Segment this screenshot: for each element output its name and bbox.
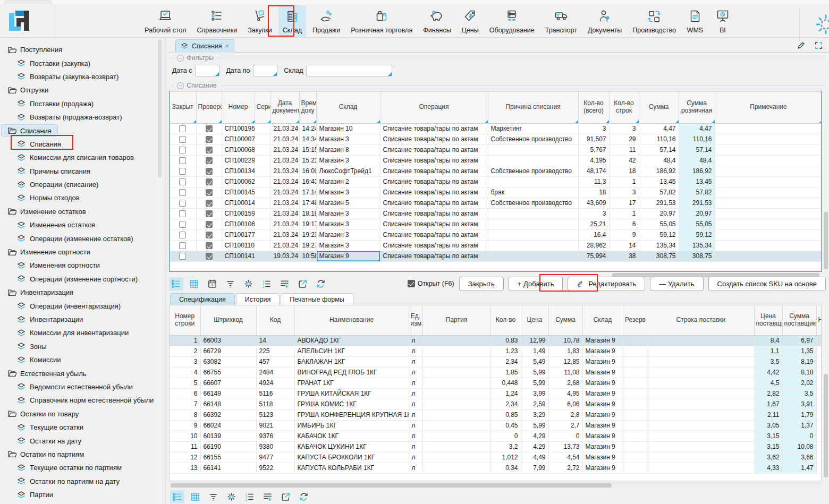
calendar-toolbar-button[interactable] xyxy=(205,277,219,291)
doc-note[interactable] xyxy=(715,240,822,251)
spec-supplier-sum[interactable]: 3,66 xyxy=(782,452,816,463)
spec-supply-line[interactable] xyxy=(648,367,754,378)
spec-sum[interactable]: 4,54 xyxy=(548,452,582,463)
spec-supply-line[interactable] xyxy=(648,378,754,388)
doc-qty-total[interactable]: 75,994 xyxy=(578,251,609,261)
spec-supply-line[interactable] xyxy=(648,335,754,346)
spec-price[interactable]: 3,99 xyxy=(521,388,548,399)
spec-extra[interactable] xyxy=(816,335,822,346)
sidebar-item-23-leaf[interactable]: Комиссии xyxy=(0,353,162,366)
doc-time[interactable]: 19:17 xyxy=(299,219,316,229)
spec-line[interactable]: 5 xyxy=(170,378,200,388)
spec-reserve[interactable] xyxy=(623,452,648,463)
spec-extra[interactable] xyxy=(816,367,822,378)
doc-qty-lines[interactable]: 29 xyxy=(609,134,639,144)
doc-time[interactable]: 17:48 xyxy=(299,198,316,208)
module-finance[interactable]: Финансы xyxy=(419,5,455,37)
doc-sum[interactable]: 48,4 xyxy=(639,155,679,166)
doc-note[interactable] xyxy=(715,176,822,187)
doc-sum-retail[interactable]: 186,92 xyxy=(679,166,715,176)
closed-checkbox[interactable] xyxy=(179,210,186,217)
open-checkbox[interactable]: Открыт (F6) xyxy=(408,280,454,287)
spec-qty[interactable]: 2,34 xyxy=(490,356,521,367)
spec-reserve[interactable] xyxy=(623,409,648,420)
doc-reason[interactable]: Маркетинг xyxy=(488,123,578,134)
filter-toolbar-button[interactable] xyxy=(223,277,238,291)
doc-operation[interactable]: Списание товара/тары по актам xyxy=(380,187,488,198)
doc-series[interactable] xyxy=(255,208,270,219)
spec-price[interactable]: 5,99 xyxy=(521,378,548,388)
spec-line[interactable]: 1 xyxy=(170,335,200,346)
spec-code[interactable]: 5123 xyxy=(256,409,294,420)
sidebar-item-22-leaf[interactable]: Зоны xyxy=(0,340,162,353)
sidebar-item-20-leaf[interactable]: Инвентаризации xyxy=(0,313,162,326)
sidebar-item-17-leaf[interactable]: Операции (изменение сортности) xyxy=(0,272,162,286)
doc-date[interactable]: 21.03.24 xyxy=(270,240,299,251)
spec-price[interactable]: 4,49 xyxy=(521,452,548,463)
verified-checkbox[interactable] xyxy=(206,242,213,249)
spec-qty[interactable]: 0,85 xyxy=(490,409,521,420)
spec-name[interactable]: КАБАЧОК ЦУКИНИ 1КГ xyxy=(294,441,409,452)
doc-sum-retail[interactable]: 59,12 xyxy=(679,229,715,240)
sidebar-item-11-leaf[interactable]: Нормы отходов xyxy=(0,191,162,204)
spec-line[interactable]: 4 xyxy=(170,367,200,378)
doc-sum-retail[interactable]: 110,16 xyxy=(679,134,715,144)
spec-sum[interactable]: 2,8 xyxy=(548,409,582,420)
sidebar-item-31-leaf[interactable]: Текущие остатки по партиям xyxy=(0,461,162,474)
spec-sum[interactable]: 13,73 xyxy=(548,441,582,452)
spec-extra[interactable] xyxy=(816,346,822,356)
spec-row[interactable]: 8663925123ГРУША КОНФЕРЕНЦИЯ КРУПНАЯ 1КГл… xyxy=(170,409,822,420)
spec-reserve[interactable] xyxy=(623,431,648,441)
spec-supplier-sum[interactable]: 1,37 xyxy=(782,420,816,431)
sidebar-item-6-folder[interactable]: Списания xyxy=(0,124,162,137)
spec-qty[interactable]: 0,34 xyxy=(490,463,521,473)
doc-qty-total[interactable]: 18 xyxy=(578,187,609,198)
sidebar-item-12-folder[interactable]: Изменение остатков xyxy=(0,205,162,218)
doc-qty-total[interactable]: 3 xyxy=(578,123,609,134)
spec-price[interactable]: 5,49 xyxy=(521,356,548,367)
spec-name[interactable]: ВИНОГРАД РЕД ГЛОБ 1КГ xyxy=(294,367,409,378)
verified-checkbox[interactable] xyxy=(206,221,213,228)
collapse-grid-icon[interactable] xyxy=(177,82,184,89)
spec-barcode[interactable]: 66392 xyxy=(200,409,256,420)
spec-supplier-sum[interactable]: 6,97 xyxy=(782,335,816,346)
doc-number[interactable]: СП100145 xyxy=(222,187,255,198)
spec-reserve[interactable] xyxy=(623,441,648,452)
spec-column-header[interactable]: Сумма поставщика xyxy=(782,305,816,335)
spec-line[interactable]: 9 xyxy=(170,420,200,431)
doc-time[interactable]: 10:58 xyxy=(299,251,316,261)
spec-batch[interactable] xyxy=(422,367,490,378)
spec-price[interactable]: 4,29 xyxy=(521,441,548,452)
create-sku-button[interactable]: Создать список SKU на основе xyxy=(708,277,826,291)
doc-sum[interactable]: 291,53 xyxy=(639,198,679,208)
spec-barcode[interactable]: 66155 xyxy=(200,452,256,463)
doc-series[interactable] xyxy=(255,134,270,144)
spec-row[interactable]: 7661485118ГРУША КОМИС 1КГл2,342,596,06Ма… xyxy=(170,399,822,409)
doc-warehouse[interactable]: Магазин 3 xyxy=(316,134,380,144)
spec-sum[interactable]: 11,08 xyxy=(548,367,582,378)
sidebar-item-21-leaf[interactable]: Комиссии для инвентаризации xyxy=(0,326,162,339)
spec-warehouse[interactable]: Магазин 9 xyxy=(582,378,623,388)
spec-extra[interactable] xyxy=(816,441,822,452)
doc-column-header[interactable]: Сумма розничная xyxy=(679,91,715,123)
documents-grid-vscrollbar[interactable] xyxy=(823,91,828,272)
spec-row[interactable]: 266729225АПЕЛЬСИН 1КГл1,231,491,83Магази… xyxy=(170,346,822,356)
spec-extra[interactable] xyxy=(816,388,822,399)
tab-close-icon[interactable]: × xyxy=(225,42,229,50)
doc-number[interactable]: СП100110 xyxy=(222,240,255,251)
spec-column-header[interactable]: Штрихкод xyxy=(200,305,256,335)
spec-warehouse[interactable]: Магазин 9 xyxy=(582,356,623,367)
doc-reason[interactable]: Собственное производство xyxy=(488,198,578,208)
doc-sum-retail[interactable]: 135,34 xyxy=(679,240,715,251)
module-production[interactable]: Производство xyxy=(628,5,680,37)
rows-toolbar-button[interactable] xyxy=(169,277,183,291)
doc-row[interactable]: СП10015921.03.2418:18Магазин 3Списание т… xyxy=(170,208,822,219)
closed-checkbox[interactable] xyxy=(179,232,186,238)
verified-checkbox[interactable] xyxy=(206,125,213,132)
spec-name[interactable]: КАПУСТА КОЛЬРАБИ 1КГ xyxy=(294,463,409,473)
doc-reason[interactable] xyxy=(488,251,578,261)
spec-qty[interactable]: 1,012 xyxy=(490,452,521,463)
doc-time[interactable]: 15:15 xyxy=(299,144,316,155)
doc-sum-retail[interactable]: 13,45 xyxy=(679,176,715,187)
spec-supply-line[interactable] xyxy=(648,346,754,356)
